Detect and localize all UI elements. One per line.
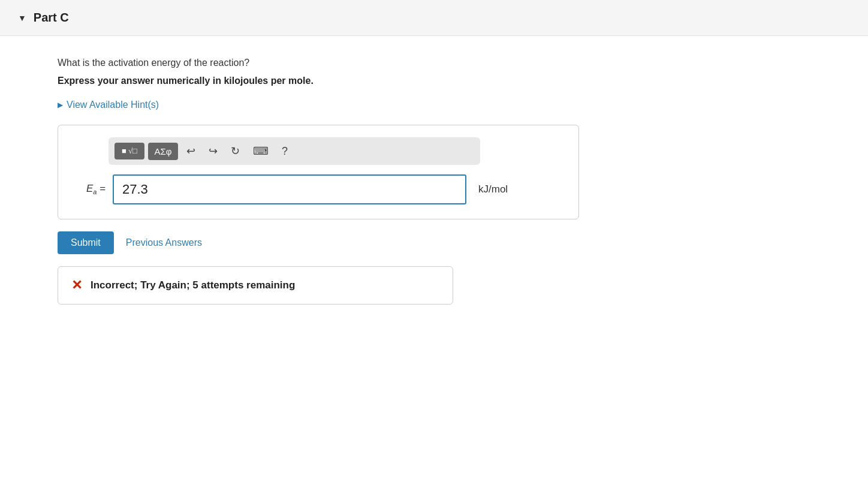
incorrect-icon: ✕ <box>71 278 82 293</box>
feedback-text: Incorrect; Try Again; 5 attempts remaini… <box>91 279 295 291</box>
refresh-icon: ↻ <box>231 144 240 158</box>
greek-symbols-button[interactable]: ΑΣφ <box>148 143 178 160</box>
help-icon: ? <box>282 145 288 158</box>
help-button[interactable]: ? <box>277 143 293 160</box>
sqrt-icon: ■ <box>122 146 126 156</box>
math-toolbar: ■ √□ ΑΣφ ↩ ↪ ↻ ⌨ ? <box>108 137 480 165</box>
hint-link[interactable]: ▶ View Available Hint(s) <box>58 100 810 110</box>
submit-row: Submit Previous Answers <box>58 231 579 254</box>
page-container: ▼ Part C What is the activation energy o… <box>0 0 868 500</box>
greek-label: ΑΣφ <box>154 146 171 156</box>
answer-input[interactable] <box>113 174 466 204</box>
hint-chevron: ▶ <box>58 101 63 109</box>
previous-answers-link[interactable]: Previous Answers <box>126 237 202 248</box>
formula-label: Ea = <box>73 183 106 195</box>
refresh-button[interactable]: ↻ <box>226 142 245 160</box>
answer-container: ■ √□ ΑΣφ ↩ ↪ ↻ ⌨ ? <box>58 125 579 219</box>
collapse-chevron[interactable]: ▼ <box>18 13 26 23</box>
redo-icon: ↪ <box>209 144 218 158</box>
feedback-box: ✕ Incorrect; Try Again; 5 attempts remai… <box>58 266 453 305</box>
undo-icon: ↩ <box>186 144 195 158</box>
formula-row: Ea = kJ/mol <box>73 174 564 204</box>
question-text: What is the activation energy of the rea… <box>58 58 810 68</box>
math-sqrt-button[interactable]: ■ √□ <box>114 143 144 159</box>
unit-label: kJ/mol <box>478 183 508 195</box>
sqrt-symbol: √□ <box>128 146 137 156</box>
redo-button[interactable]: ↪ <box>204 142 222 160</box>
keyboard-button[interactable]: ⌨ <box>248 142 273 160</box>
content-area: What is the activation energy of the rea… <box>0 36 868 329</box>
submit-button[interactable]: Submit <box>58 231 114 254</box>
undo-button[interactable]: ↩ <box>182 142 200 160</box>
part-header: ▼ Part C <box>0 0 868 36</box>
part-title: Part C <box>34 11 69 25</box>
hint-label: View Available Hint(s) <box>67 100 159 110</box>
keyboard-icon: ⌨ <box>253 144 269 158</box>
question-instruction: Express your answer numerically in kiloj… <box>58 76 810 86</box>
